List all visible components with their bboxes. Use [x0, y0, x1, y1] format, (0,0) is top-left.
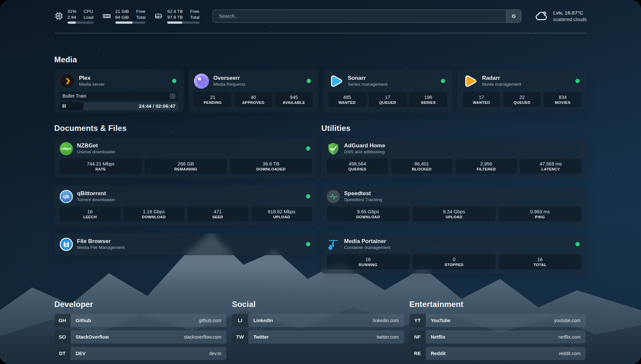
service-card-adguard[interactable]: AdGuard Home DNS and adblocking 498,564Q… — [321, 138, 587, 178]
bookmark-abbr: TW — [232, 330, 248, 344]
bookmark-name: YouTube — [431, 318, 451, 323]
disk-stat: 52.4 TB97.9 TB FreeTotal — [154, 9, 199, 24]
stat-value: 9.65 Gbps — [357, 209, 379, 214]
bookmark-github[interactable]: GH Github github.com — [54, 314, 227, 327]
stat-box: 485WANTED — [328, 92, 366, 107]
section-title-developer: Developer — [54, 300, 227, 309]
cpu-label: CPU — [84, 9, 94, 15]
pause-icon[interactable] — [63, 104, 66, 108]
disk-free-value: 52.4 TB — [167, 9, 183, 15]
service-description: Media Requests — [213, 81, 246, 87]
stat-label: QUEUED — [513, 101, 531, 105]
service-card-portainer[interactable]: Media Portainer Container management 16R… — [321, 233, 587, 274]
stat-box: 2,956FILTERED — [456, 159, 517, 174]
stat-label: AVAILABLE — [283, 101, 305, 105]
disk-progress-fill — [167, 21, 182, 24]
playback-time: 24:44 / 02:06:47 — [139, 103, 175, 109]
status-online-dot — [441, 79, 445, 83]
stat-value: 266 GB — [178, 161, 194, 167]
bookmark-url: reddit.com — [559, 351, 580, 356]
now-playing-row: Bullet Train — [60, 92, 179, 101]
bookmark-linkedin[interactable]: LI LinkedIn linkedin.com — [232, 314, 404, 327]
service-card-nzbget[interactable]: nzbget NZBGet Usenet downloader 744.21 M… — [54, 138, 318, 178]
service-name: Overseerr — [213, 75, 246, 81]
service-name: Radarr — [482, 75, 521, 81]
bookmark-dev[interactable]: DT DEV dev.to — [54, 347, 227, 360]
ram-icon — [102, 12, 111, 20]
stat-value: 16 — [87, 209, 93, 214]
status-online-dot — [306, 194, 310, 198]
bookmark-twitter[interactable]: TW Twitter twitter.com — [232, 330, 404, 344]
stat-box: 945AVAILABLE — [275, 92, 313, 107]
stat-box: 9.24 GbpsUPLOAD — [412, 206, 496, 222]
disk-total-value: 97.9 TB — [167, 15, 183, 20]
search-input[interactable] — [213, 10, 522, 23]
stat-label: PING — [535, 215, 545, 219]
disk-free-label: Free — [190, 9, 199, 15]
memory-free-value: 21 GiB — [115, 9, 129, 15]
bookmark-netflix[interactable]: NF Netflix netflix.com — [410, 330, 586, 344]
bookmark-group-entertainment: Entertainment YT YouTube youtube.com NF … — [410, 300, 586, 363]
overseerr-icon — [194, 74, 209, 89]
stat-value: 498,564 — [349, 161, 366, 167]
stat-box: 40APPROVED — [234, 92, 272, 107]
portainer-icon — [327, 238, 340, 251]
section-title-utilities: Utilities — [321, 124, 587, 133]
service-name: Sonarr — [348, 75, 388, 81]
service-name: Speedtest — [344, 190, 382, 197]
bookmark-url: dev.to — [209, 351, 221, 356]
stat-box: 0STOPPED — [412, 254, 496, 269]
bookmark-name: DEV — [76, 351, 86, 356]
service-card-speedtest[interactable]: Speedtest Speedtest Tracking 9.65 GbpsDO… — [321, 186, 587, 226]
stat-box: 17QUEUED — [369, 92, 407, 107]
bookmark-group-developer: Developer GH Github github.com SO StackO… — [54, 300, 227, 363]
service-card-plex[interactable]: Plex Media server Bullet Train — [54, 69, 184, 112]
bookmark-abbr: GH — [54, 314, 71, 327]
memory-stat: 21 GiB64 GiB FreeTotal — [102, 9, 146, 24]
bookmark-name: Twitter — [254, 334, 269, 340]
bookmark-reddit[interactable]: RE Reddit reddit.com — [410, 347, 586, 360]
status-online-dot — [575, 242, 580, 246]
stat-box: 266 GBREMAINING — [145, 159, 227, 174]
stat-label: DOWNLOAD — [356, 215, 380, 219]
bookmark-group-social: Social LI LinkedIn linkedin.com TW Twitt… — [232, 300, 404, 363]
weather-condition: scattered clouds — [553, 16, 587, 22]
stat-value: 2,956 — [480, 161, 492, 167]
stat-value: 945 — [290, 95, 298, 100]
service-description: Movie management — [482, 81, 521, 87]
bookmark-youtube[interactable]: YT YouTube youtube.com — [410, 314, 586, 327]
status-online-dot — [306, 146, 310, 151]
service-card-filebrowser[interactable]: File Browser Media File Management — [54, 233, 318, 255]
service-card-radarr[interactable]: Radarr Movie management 17WANTED 22QUEUE… — [457, 69, 587, 112]
filebrowser-icon — [60, 238, 73, 251]
cpu-progress-fill — [68, 21, 76, 24]
stat-label: MOVIES — [555, 101, 570, 105]
stat-box: 9.65 GbpsDOWNLOAD — [327, 206, 410, 222]
service-description: Usenet downloader — [77, 149, 115, 155]
stat-value: 0 — [453, 257, 455, 262]
stat-box: 47.569 msLATENCY — [520, 159, 582, 174]
stat-box: 21PENDING — [194, 92, 231, 107]
section-title-entertainment: Entertainment — [410, 300, 586, 309]
stat-value: 9.24 Gbps — [443, 209, 465, 214]
service-card-qbittorrent[interactable]: qb qBittorrent Torrent downloader 16LEEC… — [54, 186, 318, 226]
bookmark-abbr: SO — [54, 330, 71, 344]
radarr-icon — [463, 74, 478, 89]
documents-column: Documents & Files nzbget NZBGet Usenet d… — [54, 124, 318, 281]
memory-total-label: Total — [136, 15, 146, 20]
cpu-usage-value: 31% — [68, 9, 76, 15]
stat-box: 744.21 MbpsRATE — [60, 159, 142, 174]
now-playing-title: Bullet Train — [63, 93, 87, 99]
stat-value: 471 — [214, 209, 222, 214]
stat-box: 471SEED — [187, 206, 248, 222]
search-provider-button[interactable]: G — [506, 10, 521, 22]
bookmark-stackoverflow[interactable]: SO StackOverflow stackoverflow.com — [54, 330, 227, 344]
service-card-overseerr[interactable]: Overseerr Media Requests 21PENDING 40APP… — [189, 69, 318, 112]
playback-progress-bar[interactable]: 24:44 / 02:06:47 — [60, 102, 179, 110]
cloud-icon — [535, 9, 549, 23]
stat-value: 86,401 — [414, 161, 429, 167]
stat-label: WANTED — [473, 101, 490, 105]
bookmark-abbr: NF — [410, 330, 426, 344]
stat-label: TOTAL — [534, 263, 546, 267]
service-card-sonarr[interactable]: Sonarr Series management 485WANTED 17QUE… — [323, 69, 453, 112]
